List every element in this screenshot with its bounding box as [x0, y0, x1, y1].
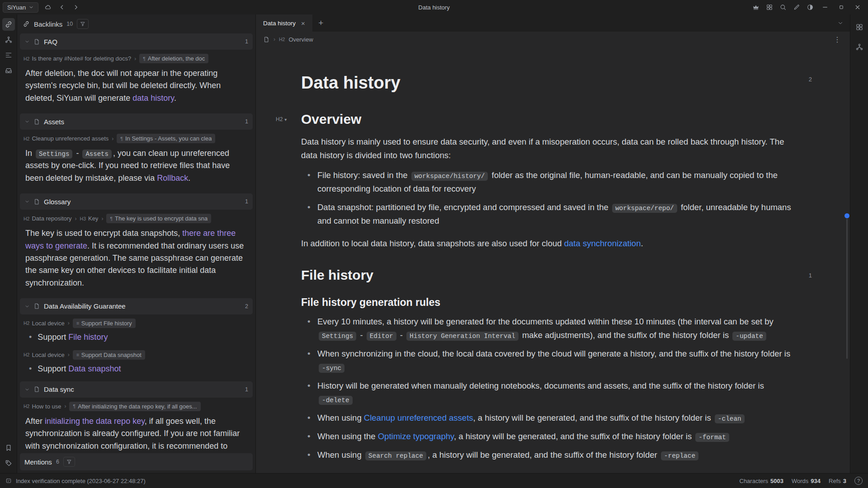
maximize-button[interactable] — [834, 1, 849, 14]
app-menu-button[interactable]: SiYuan — [3, 2, 38, 13]
breadcrumb-item[interactable]: H2Local device — [24, 352, 65, 358]
tab-close-icon[interactable]: × — [301, 19, 305, 27]
breadcrumb-item[interactable]: H2Data repository — [24, 215, 72, 222]
inline-link[interactable]: Cleanup unreferenced assets — [364, 413, 473, 422]
dock-graph-button[interactable] — [2, 33, 15, 46]
tab-data-history[interactable]: Data history × — [256, 14, 312, 32]
breadcrumb-item[interactable]: H2How to use — [24, 403, 61, 410]
breadcrumb-item[interactable]: H3Key — [80, 215, 99, 222]
doc-list: Every 10 minutes, a history will be gene… — [301, 315, 798, 462]
doc-title[interactable]: Data history 2 — [301, 73, 798, 93]
back-button[interactable] — [56, 1, 68, 13]
dock-backlinks-button[interactable] — [2, 18, 15, 31]
dock-inbox-button[interactable] — [2, 64, 15, 77]
breadcrumb-item[interactable]: ≡Support File history — [73, 319, 136, 328]
chevron-down-icon — [24, 119, 30, 124]
backlink-list-item[interactable]: • Support Data snapshot — [20, 361, 253, 378]
backlink-doc-header[interactable]: Data sync 1 — [20, 381, 253, 398]
breadcrumb-item[interactable]: ¶After initializing the data repo key, i… — [69, 402, 200, 411]
edit-mode-button[interactable] — [790, 1, 803, 13]
doc-list-item[interactable]: When using Search replace, a history wil… — [301, 448, 798, 462]
more-menu-button[interactable]: ⋮ — [832, 35, 843, 44]
block-type-icon: ≡ — [76, 352, 79, 357]
theme-toggle-button[interactable] — [804, 1, 816, 13]
tab-list-button[interactable] — [831, 14, 850, 32]
inline-link[interactable]: Optimize typography — [378, 432, 454, 441]
mentions-bar[interactable]: Mentions 6 — [20, 453, 253, 470]
breadcrumb-item[interactable]: Overview — [288, 36, 313, 43]
scroll-position-dot[interactable] — [844, 213, 849, 218]
backlink-doc-header[interactable]: Data Availability Guarantee 2 — [20, 298, 253, 314]
text-segment: - — [74, 149, 81, 158]
dock-tag-button[interactable] — [2, 457, 15, 469]
backlink-paragraph[interactable]: The key is used to encrypt data snapshot… — [20, 225, 253, 295]
dock-graph-button[interactable] — [853, 41, 866, 53]
backlink-count-badge[interactable]: 1 — [809, 272, 812, 279]
mentions-filter-button[interactable] — [63, 457, 75, 467]
breadcrumb-item[interactable]: ≡Support Data snapshot — [73, 350, 145, 360]
plugin-icon — [766, 4, 773, 11]
block-type-icon: ¶ — [110, 216, 113, 221]
close-button[interactable] — [850, 1, 865, 14]
backlink-doc-count: 1 — [245, 198, 248, 205]
inline-link[interactable]: data history — [132, 94, 174, 103]
doc-list-item[interactable]: When using the Optimize typography, a hi… — [301, 430, 798, 443]
help-button[interactable]: ? — [854, 477, 863, 485]
backlink-list-item-text: Support File history — [38, 333, 108, 342]
dock-bookmark-button[interactable] — [2, 441, 15, 454]
backlink-doc-title: FAQ — [44, 38, 57, 46]
cloud-sync-button[interactable] — [42, 1, 54, 13]
text-segment: File history: saved in the — [317, 170, 410, 180]
dock-plugin-button[interactable] — [853, 21, 866, 33]
backlink-doc-header[interactable]: FAQ 1 — [20, 33, 253, 50]
backlink-paragraph[interactable]: After deletion, the doc will not appear … — [20, 65, 253, 110]
doc-list-item[interactable]: Data snapshot: partitioned by file, encr… — [301, 201, 798, 228]
heading-gutter[interactable]: H2 ▾ — [276, 116, 287, 122]
doc-list-item[interactable]: When using Cleanup unreferenced assets, … — [301, 411, 798, 425]
inline-link[interactable]: File history — [68, 333, 108, 342]
inline-link[interactable]: Data snapshot — [68, 364, 121, 373]
doc-list-item[interactable]: History will be generated when manually … — [301, 379, 798, 406]
collapse-triangle-icon[interactable]: ▾ — [284, 117, 287, 122]
breadcrumb-item[interactable]: ¶The key is used to encrypt data sna — [106, 214, 211, 223]
backlink-paragraph[interactable]: In Settings - Assets, you can clean up u… — [20, 145, 253, 190]
breadcrumb-item[interactable]: ¶In Settings - Assets, you can clea — [117, 134, 215, 143]
forward-button[interactable] — [70, 1, 82, 13]
heading-file-history[interactable]: File history — [301, 267, 798, 283]
inline-link[interactable]: Rollback — [157, 174, 188, 183]
backlink-paragraph[interactable]: After initializing the data repo key, if… — [20, 413, 253, 451]
backlink-doc-header[interactable]: Assets 1 — [20, 113, 253, 130]
dock-outline-button[interactable] — [2, 49, 15, 61]
text-segment: Data snapshot: partitioned by file, encr… — [317, 202, 611, 212]
doc-list-item[interactable]: File history: saved in the workspace/his… — [301, 169, 798, 196]
inline-link[interactable]: data synchronization — [564, 239, 641, 248]
breadcrumb-item[interactable]: H2Is there any #Note# for deleting docs? — [24, 55, 131, 62]
doc-paragraph[interactable]: In addition to local data history, data … — [301, 237, 798, 250]
breadcrumb-item[interactable]: H2Cleanup unreferenced assets — [24, 135, 108, 142]
breadcrumb-item[interactable]: H2Local device — [24, 320, 65, 327]
backlink-doc-title: Assets — [44, 118, 64, 126]
global-search-button[interactable] — [777, 1, 789, 13]
doc-list-item[interactable]: Every 10 minutes, a history will be gene… — [301, 315, 798, 342]
document-icon[interactable] — [263, 36, 270, 43]
new-tab-button[interactable]: + — [312, 14, 330, 32]
inline-link[interactable]: initializing the data repo key — [45, 417, 145, 426]
backlink-doc-header[interactable]: Glossary 1 — [20, 193, 253, 210]
words-counter: Words934 — [792, 478, 821, 484]
scrollbar-thumb[interactable] — [846, 219, 848, 359]
doc-list-item[interactable]: When synchronizing in the cloud, the loc… — [301, 347, 798, 374]
breadcrumb-item[interactable]: ¶After deletion, the doc — [139, 54, 208, 63]
doc-paragraph[interactable]: Data history is mainly used to ensure da… — [301, 135, 798, 162]
minimize-button[interactable] — [817, 1, 833, 14]
backlink-count-badge[interactable]: 2 — [809, 76, 812, 83]
backlink-list-item[interactable]: • Support File history — [20, 329, 253, 346]
heading-overview[interactable]: Overview — [301, 112, 798, 127]
plugins-button[interactable] — [763, 1, 776, 13]
doc-title-text: Data history — [301, 73, 401, 92]
inbox-icon — [5, 66, 13, 75]
membership-button[interactable] — [750, 1, 762, 13]
backlinks-filter-button[interactable] — [77, 19, 89, 29]
heading-generation-rules[interactable]: File history generation rules — [301, 296, 798, 309]
filter-icon — [80, 21, 86, 27]
text-segment: , a history will be generated, and the s… — [454, 432, 694, 441]
